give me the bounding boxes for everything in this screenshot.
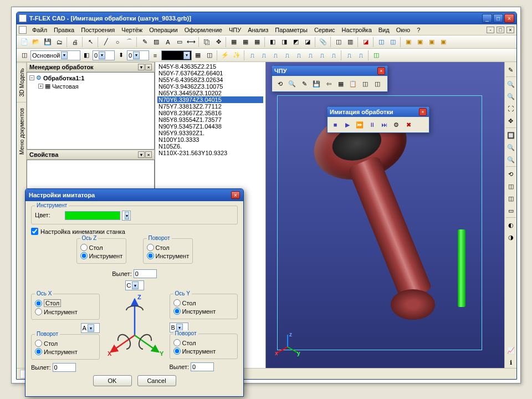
menu-design[interactable]: Оформление [182, 25, 225, 34]
menu-service[interactable]: Сервис [311, 25, 338, 34]
rt-pan-icon[interactable]: ✥ [505, 115, 516, 126]
overhang-b-input[interactable] [191, 362, 214, 371]
axis-a-combo[interactable]: A▾ [81, 323, 100, 333]
cnc-btn1-icon[interactable]: ⟲ [274, 78, 285, 89]
cnc-btn6-icon[interactable]: ▦ [335, 78, 346, 89]
rt-view1-icon[interactable]: ◫ [505, 181, 516, 192]
rotc-table-radio[interactable]: Стол [147, 243, 189, 252]
menu-parameters[interactable]: Параметры [272, 25, 310, 34]
rt-view2-icon[interactable]: ◫ [505, 193, 516, 204]
y-instrument-radio[interactable]: Инструмент [173, 307, 234, 315]
gcode-line[interactable]: N60Y-3.94362Z3.10075 [157, 83, 263, 90]
save-icon[interactable]: 💾 [42, 37, 53, 48]
cnc-btn4-icon[interactable]: 💾 [311, 78, 322, 89]
kinematics-checkbox[interactable]: Настройка кинематики станка [31, 228, 238, 235]
gcode-line[interactable]: N65Y3.34459Z3.10202 [157, 90, 263, 96]
cnc7-icon[interactable]: ⎍ [316, 50, 328, 61]
prio-icon[interactable]: ⬍ [115, 50, 126, 61]
titlebar[interactable]: T-FLEX CAD - [Имитация обработки (шатун_… [17, 12, 516, 24]
simulation-toolbar-window[interactable]: Имитация обработки× ■ ▶ ⏩ ⏸ ⏭ ⚙ ✖ [327, 106, 429, 133]
sketch-icon[interactable]: ✎ [139, 37, 150, 48]
kinematics-check-input[interactable] [31, 228, 38, 235]
cnc2-icon[interactable]: ⎍ [258, 50, 269, 61]
sidetab-docmenu[interactable]: Меню документов [17, 102, 26, 160]
cancel-button[interactable]: Cancel [137, 375, 176, 386]
rt-fit-icon[interactable]: ⛶ [505, 103, 516, 114]
menu-help[interactable]: ? [414, 25, 423, 34]
sim-step-icon[interactable]: ⏭ [378, 119, 390, 130]
cnc10-icon[interactable]: ⎍ [355, 50, 366, 61]
rt-info-icon[interactable]: ℹ [505, 357, 516, 368]
mdi-close[interactable]: × [507, 27, 514, 33]
cnc-btn3-icon[interactable]: ✎ [299, 78, 310, 89]
level-icon[interactable]: ◧ [81, 50, 92, 61]
sim-ff-icon[interactable]: ⏩ [354, 119, 365, 130]
rotb-table-radio[interactable]: Стол [173, 339, 234, 347]
overhang-c-input[interactable] [134, 269, 157, 278]
color-swatch[interactable] [65, 211, 120, 220]
new-icon[interactable]: 📄 [19, 37, 30, 48]
axis-c-combo[interactable]: C▾ [125, 280, 144, 290]
cnc1-icon[interactable]: ⎍ [247, 50, 258, 61]
cnc9-icon[interactable]: ⎍ [344, 50, 355, 61]
rt-zoomwin-icon[interactable]: 🔲 [505, 130, 516, 141]
tool-a-icon[interactable]: ◧ [267, 37, 278, 48]
cnc-btn7-icon[interactable]: 📋 [347, 78, 359, 89]
rt-zoomsel-icon[interactable]: 🔍 [505, 154, 516, 165]
wand-icon[interactable]: ✨ [231, 50, 242, 61]
menu-window[interactable]: Окно [393, 25, 413, 34]
rect-icon[interactable]: ▭ [174, 37, 185, 48]
props-pin-icon[interactable]: ▾ [138, 151, 145, 158]
menu-view[interactable]: Вид [376, 25, 392, 34]
cube-red-icon[interactable]: ◪ [360, 37, 371, 48]
maximize-button[interactable]: □ [493, 14, 503, 23]
gcode-line[interactable]: N85Y8.93554Z1.73577 [157, 116, 263, 123]
z-table-radio[interactable]: Стол [80, 243, 122, 252]
gcode-line[interactable]: N110X-231.563Y10.9323 [157, 150, 263, 156]
grid1-icon[interactable]: ▦ [228, 37, 239, 48]
minimize-button[interactable]: _ [482, 14, 492, 23]
rt-graph-icon[interactable]: 📈 [505, 345, 516, 356]
sidetab-3dmodel[interactable]: 3D Модель [17, 62, 26, 102]
cube2-icon[interactable]: ◫ [387, 37, 398, 48]
line-icon[interactable]: ╱ [100, 37, 111, 48]
rt-view3-icon[interactable]: ▭ [505, 205, 516, 216]
overhang-a-input[interactable] [53, 363, 76, 372]
rt-zoomall-icon[interactable]: 🔍 [505, 142, 516, 153]
cnc-btn9-icon[interactable]: ◫ [372, 78, 383, 89]
menu-analysis[interactable]: Анализ [245, 25, 271, 34]
gcode-line[interactable]: N45Y-8.43635Z2.215 [157, 63, 263, 70]
ok-button[interactable]: OK [93, 375, 132, 386]
box1-icon[interactable]: ▣ [403, 37, 414, 48]
dim-icon[interactable]: ⟷ [186, 37, 197, 48]
x-table-radio[interactable]: Стол [35, 299, 96, 308]
cnc-btn5-icon[interactable]: ⇦ [323, 78, 334, 89]
dialog-close-button[interactable]: × [231, 191, 240, 199]
cnc11-icon[interactable]: ◫ [371, 50, 382, 61]
y-table-radio[interactable]: Стол [173, 299, 234, 307]
sim-pause-icon[interactable]: ⏸ [366, 119, 377, 130]
view1-icon[interactable]: ◫ [333, 37, 344, 48]
gcode-line[interactable]: N55Y-6.43958Z3.02634 [157, 76, 263, 83]
tree-root-label[interactable]: Обработка1:1 [43, 75, 84, 81]
hatch-icon[interactable]: ▨ [151, 37, 162, 48]
box2-icon[interactable]: ▣ [415, 37, 426, 48]
text-icon[interactable]: A [162, 37, 173, 48]
arc-icon[interactable]: ⌒ [124, 37, 135, 48]
menu-edit[interactable]: Правка [51, 25, 77, 34]
gcode-line[interactable]: N105Z6. [157, 143, 263, 150]
gcode-line[interactable]: N50Y-7.63764Z2.66401 [157, 70, 263, 76]
machining-manager-header[interactable]: Менеджер обработок ▾× [27, 62, 155, 72]
copy-icon[interactable]: ⿻ [201, 37, 212, 48]
sim-settings-icon[interactable]: ⚙ [391, 119, 402, 130]
cnc-btn2-icon[interactable]: 🔍 [287, 78, 298, 89]
sim-stop-icon[interactable]: ■ [330, 119, 341, 130]
cnc8-icon[interactable]: ⎍ [328, 50, 339, 61]
pointer-icon[interactable]: ↖ [85, 37, 96, 48]
tree-child-label[interactable]: Чистовая [52, 83, 79, 90]
linetype-icon[interactable]: ≡ [150, 50, 161, 61]
rota-instrument-radio[interactable]: Инструмент [35, 347, 96, 356]
box4-icon[interactable]: ▣ [438, 37, 449, 48]
menu-settings[interactable]: Настройка [339, 25, 375, 34]
clip-icon[interactable]: 📎 [318, 37, 329, 48]
